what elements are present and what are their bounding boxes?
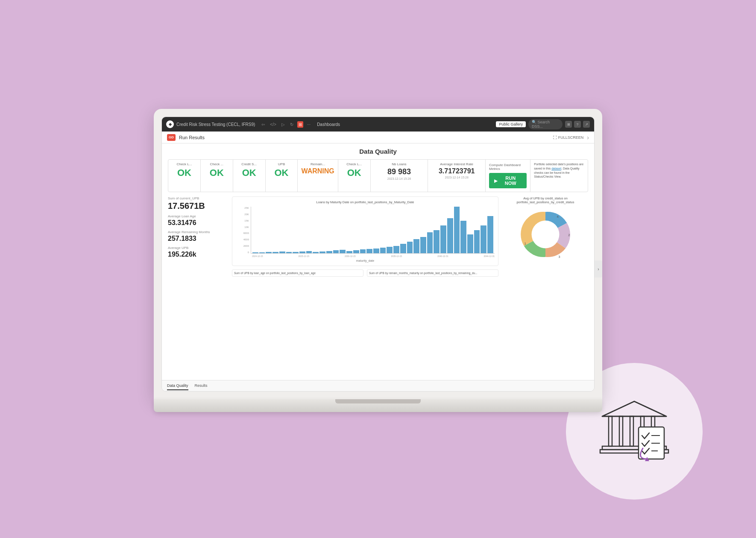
check-value-3: OK — [242, 167, 256, 178]
nav-code-icon[interactable]: </> — [269, 121, 277, 128]
bar-item — [286, 252, 292, 253]
nav-refresh-icon[interactable]: ↻ — [289, 121, 295, 128]
bar-item — [380, 248, 386, 253]
bar-item — [273, 252, 278, 253]
nb-loans-date: 2023-12-14 15:28 — [387, 177, 411, 180]
charts-panel: Loans by Maturity Date on portfolio_last… — [232, 196, 498, 277]
column-3 — [630, 416, 633, 446]
y-label-0: 0 — [248, 251, 249, 254]
check-label-3: Credit S... — [241, 162, 257, 166]
metric-value-4: 195.226k — [168, 251, 228, 258]
bar-item — [353, 250, 359, 253]
y-axis: 25K 20K 15K 10K 6000 4000 2000 0 — [236, 207, 251, 254]
check-value-5: WARNING — [301, 167, 334, 175]
dashboard-title: Data Quality — [168, 148, 588, 155]
check-label-4: UPB — [278, 162, 285, 166]
check-label-5: Remain... — [311, 162, 325, 166]
bottom-chart-label-2: Sum of UPB by remain_months_maturity on … — [367, 269, 498, 277]
document-group — [639, 427, 664, 459]
metric-card-3: Average Remaining Months 257.1833 — [168, 230, 228, 243]
donut-label-4: 4 — [557, 215, 558, 219]
bar-item — [333, 250, 339, 253]
check-cell-1: Check L... OK — [168, 160, 201, 192]
bar-item — [340, 250, 346, 253]
bar-chart-title: Loans by Maturity Date on portfolio_last… — [236, 200, 495, 204]
y-label-2k: 2000 — [243, 245, 249, 247]
scene: ◈ Credit Risk Stress Testing (CECL, IFRS… — [79, 56, 677, 482]
nav-title: Credit Risk Stress Testing (CECL, IFRS9) — [176, 122, 255, 127]
y-label-25k: 25K — [244, 207, 249, 209]
bar-item — [481, 225, 486, 253]
bar-item — [252, 252, 258, 253]
nav-dots-icon[interactable]: ··· — [306, 121, 312, 128]
laptop-lid: ◈ Credit Risk Stress Testing (CECL, IFRS… — [154, 109, 602, 399]
avg-rate-value: 3.71723791 — [439, 167, 475, 175]
bar-item — [447, 218, 453, 253]
x-label-6: 2044-12-31 — [483, 255, 495, 257]
nav-search-input[interactable]: 🔍 Search DSS... — [528, 119, 563, 129]
check-label-2: Check ... — [210, 162, 224, 166]
run-now-button[interactable]: RUN NOW — [489, 173, 527, 188]
nav-apps-icon[interactable]: ⊞ — [565, 121, 572, 128]
x-label-2: 2025-12-15 — [298, 255, 309, 257]
bar-item — [474, 230, 480, 254]
check-cell-6: Check L... OK — [338, 160, 371, 192]
y-label-15k: 15K — [244, 219, 249, 222]
x-label-4: 2035-12-15 — [391, 255, 402, 257]
bank-roof — [602, 401, 666, 416]
dashboard-body: Sum of current_UPB 17.5671B Average Loan… — [168, 196, 588, 277]
avg-rate-label: Average Interest Rate — [440, 162, 473, 166]
avg-rate-cell: Average Interest Rate 3.71723791 2023-12… — [428, 160, 486, 192]
check-cell-5: Remain... WARNING — [298, 160, 338, 192]
toolbar-title: Run Results — [179, 135, 205, 140]
bar-item — [407, 242, 413, 253]
bar-item — [299, 251, 305, 253]
fullscreen-icon: ⛶ — [553, 135, 557, 140]
donut-hole — [532, 221, 560, 249]
metric-label-2: Average Loan Age — [168, 214, 228, 218]
metric-value-3: 257.1833 — [168, 235, 228, 243]
bar-item — [266, 252, 272, 253]
dataset-link[interactable]: dataset — [551, 167, 561, 170]
tab-data-quality[interactable]: Data Quality — [167, 382, 188, 390]
bar-item — [393, 246, 399, 253]
check-cell-2: Check ... OK — [201, 160, 233, 192]
bar-item — [434, 230, 440, 254]
check-label-6: Check L... — [346, 162, 362, 166]
nb-loans-label: Nb Loans — [392, 162, 406, 166]
navbar: ◈ Credit Risk Stress Testing (CECL, IFRS… — [162, 117, 594, 132]
metrics-panel: Sum of current_UPB 17.5671B Average Loan… — [168, 196, 228, 277]
nav-grid-icon[interactable]: ⊞ — [297, 121, 303, 128]
bar-item — [259, 252, 265, 253]
nav-user-icon[interactable]: ↗ — [583, 121, 590, 128]
donut-chart-section: Avg of UPB by credit_status on portfolio… — [503, 196, 588, 277]
check-value-2: OK — [210, 167, 224, 178]
metric-label-4: Average UPB — [168, 246, 228, 250]
x-label-1: 2024-12-15 — [252, 255, 263, 257]
bar-item — [366, 249, 372, 253]
bar-item — [387, 247, 393, 253]
metric-card-4: Average UPB 195.226k — [168, 246, 228, 258]
check-row: Check L... OK Check ... OK Credit S... O… — [168, 159, 588, 192]
nav-help-icon[interactable]: ? — [574, 121, 581, 128]
nav-play-icon[interactable]: ▷ — [280, 121, 286, 128]
check-value-4: OK — [275, 167, 289, 178]
tab-results[interactable]: Results — [195, 382, 208, 390]
laptop-base — [154, 399, 602, 412]
nav-dashboards-label[interactable]: Dashboards — [317, 122, 340, 127]
donut-label-2: 2 — [568, 233, 570, 237]
bar-item — [467, 234, 473, 253]
y-label-10k: 10K — [244, 226, 249, 228]
toolbar: GD Run Results ⛶ FULLSCREEN › — [162, 132, 594, 143]
bar-item — [413, 239, 419, 253]
nav-public-gallery-btn[interactable]: Public Gallery — [496, 121, 526, 127]
back-btn[interactable]: › — [587, 134, 589, 141]
check-cell-4: UPB OK — [266, 160, 298, 192]
x-label-3: 2030-12-15 — [345, 255, 356, 257]
bar-item — [279, 251, 285, 253]
bottom-chart-row: Sum of UPB by loan_age on portfolio_last… — [232, 269, 498, 277]
bar-item — [427, 232, 433, 253]
compute-description-cell: Portfolio selected date's positions are … — [530, 160, 588, 192]
fullscreen-btn[interactable]: ⛶ FULLSCREEN — [553, 135, 584, 140]
nav-share-icon[interactable]: ⇦ — [260, 121, 266, 128]
